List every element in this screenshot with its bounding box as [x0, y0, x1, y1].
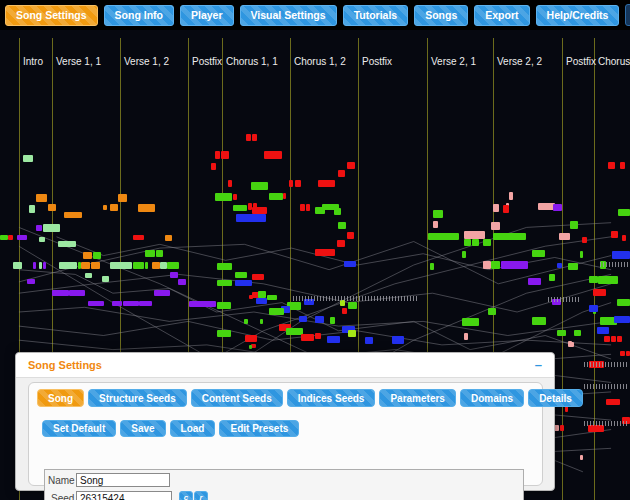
note [344, 261, 356, 267]
dialog-panel: SongStructure SeedsContent SeedsIndices … [28, 382, 543, 486]
toolbar-button-song-settings[interactable]: Song Settings [5, 5, 98, 26]
note [365, 337, 373, 344]
note [582, 237, 587, 243]
note [299, 316, 307, 322]
note [532, 250, 545, 257]
name-input[interactable] [76, 473, 170, 487]
note [93, 252, 101, 259]
note [574, 330, 581, 336]
note [606, 399, 620, 405]
note [306, 204, 310, 211]
note [256, 298, 267, 304]
toolbar-button-visual-settings[interactable]: Visual Settings [240, 5, 337, 26]
note [217, 280, 232, 286]
note [112, 301, 122, 306]
compose-button[interactable]: Compose [625, 4, 630, 26]
toolbar-button-tutorials[interactable]: Tutorials [343, 5, 409, 26]
note [251, 182, 268, 190]
note [301, 334, 314, 341]
note [392, 336, 404, 344]
note [110, 262, 132, 269]
note [570, 221, 578, 229]
section-label-verse-2-1: Verse 2, 1 [431, 56, 476, 67]
note [252, 207, 267, 214]
note [36, 194, 47, 202]
note [464, 231, 485, 239]
note [27, 279, 35, 284]
note [133, 262, 144, 269]
toolbar-button-help-credits[interactable]: Help/Credits [536, 5, 620, 26]
edit-presets-button[interactable]: Edit Presets [219, 420, 299, 437]
dialog-header[interactable]: Song Settings – [16, 353, 554, 378]
note [462, 251, 466, 258]
note [618, 209, 630, 216]
note [244, 319, 248, 324]
tick-marks [293, 296, 419, 301]
tab-details[interactable]: Details [528, 389, 583, 407]
seed-random-button[interactable]: r [194, 491, 208, 500]
note [342, 308, 347, 314]
note [626, 351, 630, 356]
note [139, 301, 152, 306]
toolbar: Song SettingsSong InfoPlayerVisual Setti… [0, 0, 630, 30]
note [260, 319, 263, 324]
note [235, 272, 247, 278]
note [23, 155, 33, 162]
note [236, 214, 266, 222]
tick-marks [548, 297, 580, 302]
note [138, 204, 155, 212]
note [483, 261, 491, 269]
note [110, 204, 118, 211]
set-default-button[interactable]: Set Default [42, 420, 116, 437]
tab-structure-seeds[interactable]: Structure Seeds [88, 389, 187, 407]
save-button[interactable]: Save [120, 420, 165, 437]
tick-marks [584, 384, 628, 389]
section-label-intro: Intro [23, 56, 43, 67]
note [433, 210, 443, 218]
note [88, 301, 104, 306]
note [620, 351, 625, 356]
seed-input[interactable] [76, 491, 172, 500]
note [580, 251, 583, 258]
note [614, 316, 630, 323]
note [170, 272, 178, 278]
note [217, 330, 231, 337]
note [593, 289, 606, 296]
note [83, 252, 92, 259]
tick-marks [600, 262, 628, 267]
toolbar-button-player[interactable]: Player [180, 5, 234, 26]
note [33, 262, 36, 269]
tab-song[interactable]: Song [37, 389, 84, 407]
song-fieldset: Name Seed cr [44, 469, 524, 500]
note [178, 279, 186, 285]
tab-content-seeds[interactable]: Content Seeds [191, 389, 283, 407]
note [58, 241, 76, 247]
toolbar-button-songs[interactable]: Songs [414, 5, 468, 26]
note [503, 205, 509, 213]
note [59, 262, 77, 269]
toolbar-button-export[interactable]: Export [474, 5, 529, 26]
note [612, 251, 630, 259]
section-label-chorus-1-2: Chorus 1, 2 [294, 56, 346, 67]
note [462, 318, 479, 326]
tab-indices-seeds[interactable]: Indices Seeds [287, 389, 376, 407]
note [52, 290, 69, 296]
section-label-verse-1-1: Verse 1, 1 [56, 56, 101, 67]
note [557, 263, 562, 268]
note [338, 222, 346, 229]
toolbar-button-song-info[interactable]: Song Info [104, 5, 174, 26]
tab-domains[interactable]: Domains [460, 389, 524, 407]
load-button[interactable]: Load [170, 420, 216, 437]
note [43, 262, 46, 269]
note [491, 261, 500, 269]
note [283, 193, 286, 199]
note [315, 249, 335, 256]
tab-parameters[interactable]: Parameters [379, 389, 455, 407]
note [315, 207, 325, 214]
note [493, 204, 499, 212]
seed-copy-button[interactable]: c [179, 491, 193, 500]
minimize-button[interactable]: – [535, 360, 542, 370]
tab-bar: SongStructure SeedsContent SeedsIndices … [37, 389, 542, 407]
note [189, 301, 216, 307]
note [549, 274, 555, 281]
